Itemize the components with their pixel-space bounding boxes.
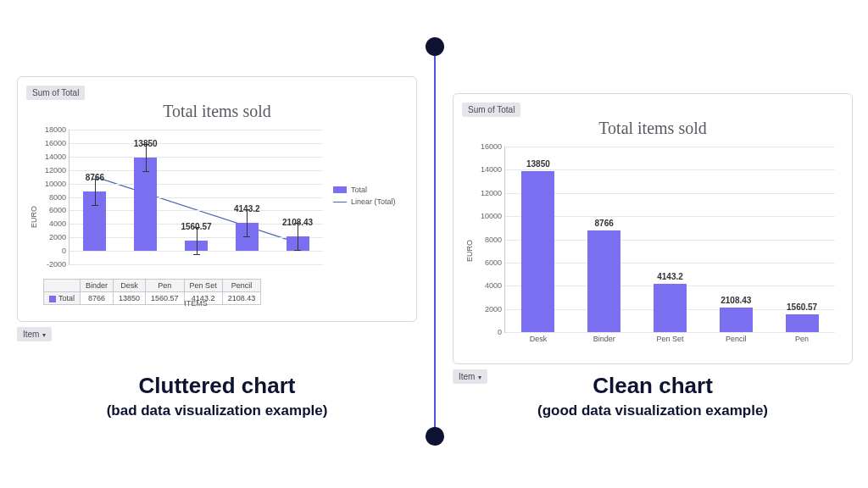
gridline [70, 157, 323, 158]
bar-value-label: 13850 [526, 159, 550, 169]
right-chart-card: Sum of Total Total items sold EURO 02000… [453, 93, 853, 364]
gridline [505, 263, 835, 263]
y-tick-label: 2000 [49, 233, 70, 241]
chevron-down-icon: ▾ [42, 331, 46, 339]
y-tick-label: 16000 [45, 139, 70, 147]
bar [786, 314, 819, 332]
bar-value-label: 2108.43 [721, 296, 751, 305]
y-tick-label: 4000 [49, 219, 70, 228]
x-tick-label: Pen Set [656, 332, 683, 343]
gridline [70, 264, 323, 265]
sum-of-total-pill[interactable]: Sum of Total [26, 86, 85, 100]
chart-title: Total items sold [26, 102, 408, 121]
x-tick-label: Pen [795, 332, 809, 343]
error-cap [142, 171, 149, 172]
chart-legend: Total Linear (Total) [333, 186, 396, 209]
gridline [70, 184, 323, 185]
gridline [70, 130, 323, 130]
gridline [505, 216, 835, 217]
legend-label: Linear (Total) [351, 197, 396, 206]
x-tick-label: Binder [593, 332, 615, 343]
y-tick-label: 18000 [45, 125, 70, 134]
caption-title: Cluttered chart [17, 373, 417, 399]
y-tick-label: 8000 [49, 193, 70, 202]
swatch-icon [333, 186, 347, 193]
error-cap [243, 209, 250, 210]
left-panel: Sum of Total Total items sold EURO -2000… [17, 76, 417, 341]
caption-title: Clean chart [453, 373, 853, 399]
y-tick-label: 14000 [45, 152, 70, 161]
plot-area: 0200040006000800010000120001400016000138… [504, 147, 835, 333]
y-tick-label: 0 [62, 247, 70, 255]
clean-plot: EURO 02000400060008000100001200014000160… [462, 143, 843, 355]
plot-area: -200002000400060008000100001200014000160… [69, 130, 323, 265]
bar-value-label: 4143.2 [657, 272, 683, 281]
left-caption: Cluttered chart (bad data visualization … [17, 373, 417, 419]
left-chart-card: Sum of Total Total items sold EURO -2000… [17, 76, 417, 322]
y-tick-label: 10000 [481, 212, 505, 220]
error-cap [243, 236, 250, 237]
bar [654, 284, 687, 332]
legend-item-linear: Linear (Total) [333, 197, 396, 206]
chart-title: Total items sold [462, 119, 843, 138]
y-axis-label: EURO [30, 206, 38, 228]
y-tick-label: -2000 [47, 260, 70, 269]
divider-dot-top [426, 37, 444, 56]
caption-subtitle: (good data visualization example) [453, 402, 853, 419]
error-cap [193, 254, 200, 255]
vertical-divider [434, 47, 436, 435]
y-axis-label: EURO [465, 240, 474, 262]
error-cap [294, 223, 301, 224]
legend-label: Total [351, 186, 367, 194]
right-caption: Clean chart (good data visualization exa… [453, 373, 853, 419]
item-dropdown-label: Item [23, 330, 39, 339]
error-bar [197, 227, 198, 254]
y-tick-label: 4000 [485, 281, 505, 290]
y-tick-label: 2000 [485, 305, 505, 313]
error-cap [92, 179, 98, 180]
error-cap [142, 144, 149, 145]
data-table: BinderDeskPenPen SetPencilTotal876613850… [43, 279, 261, 305]
bar-value-label: 8766 [595, 219, 614, 228]
bar [587, 230, 620, 332]
error-cap [294, 250, 301, 251]
right-panel: Sum of Total Total items sold EURO 02000… [453, 93, 853, 384]
y-tick-label: 8000 [485, 236, 505, 244]
y-tick-label: 6000 [49, 206, 70, 214]
error-bar [95, 179, 96, 206]
y-tick-label: 12000 [45, 166, 70, 175]
gridline [505, 240, 835, 241]
divider-dot-bottom [426, 427, 444, 446]
x-tick-label: Pencil [726, 332, 747, 343]
gridline [505, 193, 835, 194]
bar-value-label: 1560.57 [787, 302, 817, 312]
x-axis-label: ITEMS [184, 299, 208, 308]
bar [720, 308, 753, 332]
cluttered-plot: EURO -2000020004000600080001000012000140… [26, 126, 408, 313]
error-bar [247, 209, 248, 236]
gridline [70, 197, 323, 198]
item-dropdown[interactable]: Item▾ [17, 327, 52, 341]
gridline [505, 147, 835, 147]
legend-item-total: Total [333, 186, 396, 194]
y-tick-label: 10000 [45, 180, 70, 188]
caption-subtitle: (bad data visualization example) [17, 402, 417, 419]
error-bar [146, 144, 147, 171]
y-tick-label: 12000 [481, 189, 505, 197]
error-cap [92, 205, 98, 206]
gridline [70, 210, 323, 211]
sum-of-total-pill[interactable]: Sum of Total [462, 103, 520, 117]
bar [521, 171, 554, 332]
y-tick-label: 6000 [485, 258, 505, 267]
line-swatch-icon [333, 202, 347, 202]
x-tick-label: Desk [530, 332, 548, 343]
error-bar [298, 223, 298, 250]
gridline [70, 143, 323, 144]
y-tick-label: 0 [498, 328, 505, 336]
error-cap [193, 227, 200, 228]
gridline [70, 170, 323, 171]
y-tick-label: 14000 [481, 165, 505, 174]
y-tick-label: 16000 [481, 142, 505, 151]
gridline [505, 169, 835, 170]
